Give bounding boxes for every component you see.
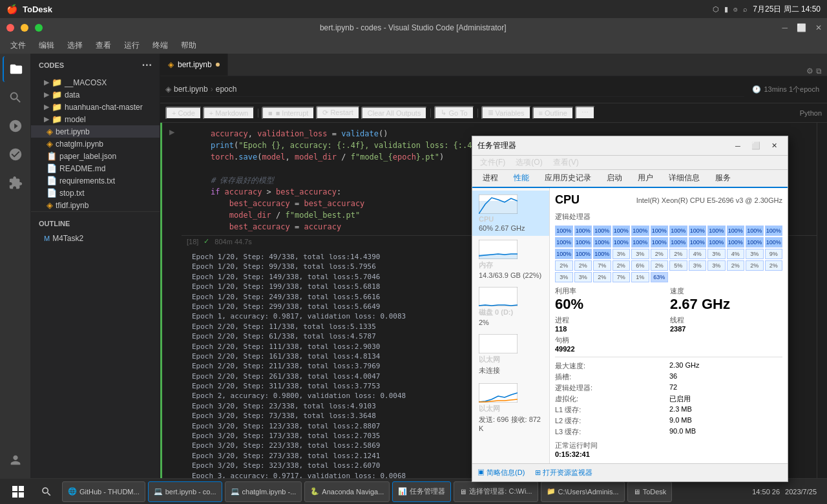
tm-resource-monitor-btn[interactable]: ⊞ 打开资源监视器 xyxy=(535,468,592,478)
activity-git[interactable] xyxy=(3,113,28,139)
menu-edit[interactable]: 编辑 xyxy=(34,39,59,52)
cpu-core-cell: 7% xyxy=(593,260,611,271)
cpu-core-cell: 100% xyxy=(746,226,764,236)
split-icon[interactable]: ⧉ xyxy=(816,67,822,76)
win-close-icon[interactable]: ✕ xyxy=(815,23,822,32)
taskbar-anaconda-btn[interactable]: 🐍 Anaconda Naviga... xyxy=(304,481,390,502)
taskbar-search-btn[interactable] xyxy=(34,486,59,498)
tm-stat-speed-label: 速度 xyxy=(670,286,782,296)
win-close-btn[interactable] xyxy=(6,24,14,32)
tm-restore-btn[interactable]: ⬜ xyxy=(748,140,764,152)
tm-menu-options[interactable]: 选项(O) xyxy=(510,156,547,169)
sidebar-item-paper-json[interactable]: 📋 paper_label.json xyxy=(31,150,160,162)
activity-accounts[interactable] xyxy=(3,447,28,473)
sidebar-more-icon[interactable]: ⋯ xyxy=(141,59,152,71)
tab-bert-ipynb[interactable]: ◈ bert.ipynb xyxy=(160,54,228,76)
tm-tab-details[interactable]: 详细信息 xyxy=(661,170,707,187)
tm-tab-history[interactable]: 应用历史记录 xyxy=(537,170,599,187)
tm-close-btn[interactable]: ✕ xyxy=(766,140,782,152)
sidebar-item-requirements[interactable]: 📄 requirements.txt xyxy=(31,174,160,187)
menu-help[interactable]: 帮助 xyxy=(176,39,202,52)
breadcrumb-section[interactable]: epoch xyxy=(216,85,237,94)
tm-sidebar-disk[interactable]: 磁盘 0 (D:) 2% xyxy=(472,283,549,330)
sidebar-item-model[interactable]: ▶ 📁 model xyxy=(31,113,160,125)
clock-icon: 🕐 xyxy=(752,85,761,94)
menu-file[interactable]: 文件 xyxy=(5,39,31,52)
more-btn[interactable]: ⋯ xyxy=(575,106,595,120)
tm-cpu-model: Intel(R) Xeon(R) CPU E5-2696 v3 @ 2.30GH… xyxy=(636,196,782,204)
goto-btn[interactable]: ↳ Go To xyxy=(434,106,474,120)
tm-tab-processes[interactable]: 进程 xyxy=(475,170,506,187)
taskbar-todesk-icon: 🖥 xyxy=(633,488,640,496)
menu-run[interactable]: 运行 xyxy=(119,39,145,52)
tm-sidebar-cpu[interactable]: CPU 60% 2.67 GHz xyxy=(472,191,549,236)
tm-sidebar-eth2[interactable]: 以太网 发送: 696 接收: 872 K xyxy=(472,379,549,436)
taskbar-taskmgr-btn[interactable]: 📊 任务管理器 xyxy=(392,481,451,502)
restart-btn[interactable]: ⟳ Restart xyxy=(316,106,360,120)
activity-explorer[interactable] xyxy=(3,56,28,82)
apple-icon[interactable]: 🍎 xyxy=(6,4,17,14)
sidebar-item-data[interactable]: ▶ 📁 data xyxy=(31,89,160,101)
cpu-core-cell: 3% xyxy=(631,249,649,259)
sidebar-item-stop[interactable]: 📄 stop.txt xyxy=(31,187,160,199)
tm-cpu-threads: 2387 xyxy=(670,325,782,333)
cpu-mini-chart xyxy=(479,194,518,214)
sidebar-item-macosx[interactable]: ▶ 📁 __MACOSX xyxy=(31,76,160,89)
run-btn[interactable]: ▶ xyxy=(162,125,182,136)
win-max-btn[interactable] xyxy=(35,24,43,32)
menu-selection[interactable]: 选择 xyxy=(62,39,88,52)
variables-btn[interactable]: ≣ Variables xyxy=(481,106,531,120)
tm-sidebar-eth1[interactable]: 以太网 未连接 xyxy=(472,330,549,379)
breadcrumb-file[interactable]: bert.ipynb xyxy=(174,85,208,94)
menu-terminal[interactable]: 终端 xyxy=(147,39,173,52)
sidebar-item-huanhuan[interactable]: ▶ 📁 huanhuan-chat-master xyxy=(31,101,160,113)
tm-menu-view[interactable]: 查看(V) xyxy=(548,156,584,169)
add-markdown-btn[interactable]: + Markdown xyxy=(203,107,255,120)
tm-minimize-btn[interactable]: ─ xyxy=(729,140,746,152)
tm-sidebar-mem-label: 内存 xyxy=(479,260,543,270)
cpu-core-cell: 7% xyxy=(612,272,631,282)
outline-item-m4task2[interactable]: M M4Task2 xyxy=(31,233,160,244)
sidebar-item-tfidf[interactable]: ◈ tfidf.ipynb xyxy=(31,199,160,211)
cpu-core-cell: 100% xyxy=(669,226,687,236)
taskbar-todesk-btn[interactable]: 🖥 ToDesk xyxy=(627,481,673,502)
cpu-core-cell: 2% xyxy=(555,260,573,271)
taskbar-vscode2-btn[interactable]: 💻 chatglm.ipynb -... xyxy=(225,481,302,502)
activity-extensions[interactable] xyxy=(3,170,28,196)
settings-icon[interactable]: ⚙ xyxy=(806,67,813,76)
tm-tab-performance[interactable]: 性能 xyxy=(506,170,537,188)
add-code-btn[interactable]: + Code xyxy=(165,107,202,120)
tm-tab-users[interactable]: 用户 xyxy=(630,170,661,187)
win-min-btn[interactable] xyxy=(21,24,28,32)
tm-tab-startup[interactable]: 启动 xyxy=(599,170,630,187)
sidebar-item-bert-ipynb[interactable]: ◈ bert.ipynb xyxy=(31,125,160,138)
tm-menu-file[interactable]: 文件(F) xyxy=(475,156,510,169)
taskbar-github-btn[interactable]: 🌐 GitHub - THUDM... xyxy=(62,481,145,502)
tm-sidebar-eth1-value: 未连接 xyxy=(479,366,543,375)
sidebar-item-chatglm-ipynb[interactable]: ◈ chatglm.ipynb xyxy=(31,138,160,150)
clear-outputs-btn[interactable]: Clear All Outputs xyxy=(361,107,428,120)
tm-tab-services[interactable]: 服务 xyxy=(707,170,738,187)
taskbar-winmgr-btn[interactable]: 🖥 选择管理器: C:\Wi... xyxy=(454,481,538,502)
win-restore-icon[interactable]: ⬜ xyxy=(797,23,806,32)
activity-search[interactable] xyxy=(3,85,28,110)
cpu-core-cell: 3% xyxy=(707,260,726,271)
search-icon[interactable]: ⌕ xyxy=(743,5,748,13)
minimap xyxy=(817,123,827,490)
interrupt-btn[interactable]: ■ ■ Interrupt xyxy=(262,107,315,120)
taskbar-windows-btn[interactable] xyxy=(5,485,31,498)
task-manager: 任务管理器 ─ ⬜ ✕ 文件(F) 选项(O) 查看(V) 进程 性能 应用历史… xyxy=(472,136,788,482)
taskbar-vscode-btn[interactable]: 💻 bert.ipynb - co... xyxy=(148,481,222,502)
cpu-core-cell: 100% xyxy=(746,237,764,247)
activity-debug[interactable] xyxy=(3,142,28,167)
tm-stat-thread-label: 线程 xyxy=(670,315,782,325)
cpu-core-cell: 100% xyxy=(727,237,745,247)
tm-simple-view-btn[interactable]: ▣ 简略信息(D) xyxy=(477,468,525,478)
cpu-core-cell: 2% xyxy=(651,260,669,271)
tm-sidebar-memory[interactable]: 内存 14.3/63.9 GB (22%) xyxy=(472,236,549,283)
outline-btn[interactable]: ≡ Outline xyxy=(532,107,574,120)
win-minimize-icon[interactable]: ─ xyxy=(782,23,788,32)
sidebar-item-readme[interactable]: 📄 README.md xyxy=(31,162,160,174)
menu-view[interactable]: 查看 xyxy=(90,39,116,52)
taskbar-explorer-btn[interactable]: 📁 C:\Users\Adminis... xyxy=(541,481,625,502)
